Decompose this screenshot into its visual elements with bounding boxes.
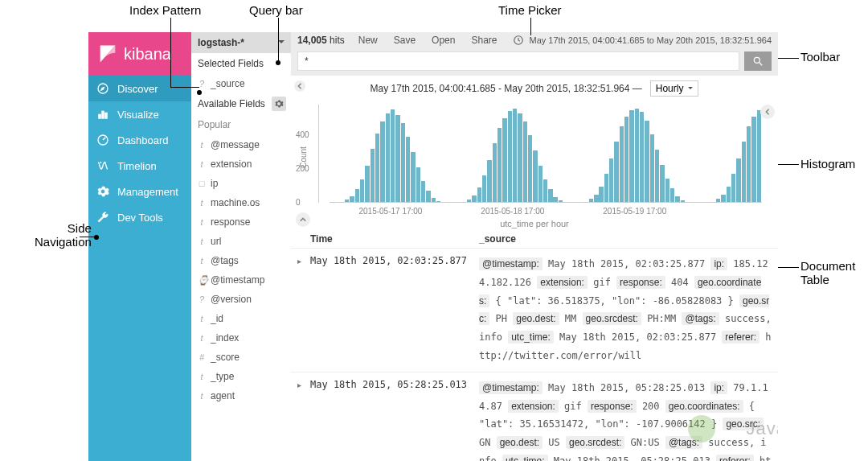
field--message[interactable]: t@message [191,135,291,154]
histogram-bar[interactable] [609,158,613,203]
expand-row-button[interactable]: ▸ [297,381,307,389]
histogram-bar[interactable] [416,167,420,203]
field--source[interactable]: ?_source [191,74,291,93]
histogram-bar[interactable] [599,187,603,203]
field--score[interactable]: #_score [191,348,291,367]
field-url[interactable]: turl [191,232,291,251]
histogram-bar[interactable] [380,121,384,203]
logo[interactable]: kibana [88,32,191,76]
histogram-bar[interactable] [406,137,410,203]
time-picker[interactable]: May 17th 2015, 04:00:41.685 to May 20th … [513,35,772,46]
histogram-prev-button[interactable] [296,212,310,227]
open-button[interactable]: Open [432,35,455,46]
histogram-bar[interactable] [670,188,674,203]
nav-item-dashboard[interactable]: Dashboard [88,127,191,153]
histogram-bar[interactable] [375,134,379,203]
histogram-bar[interactable] [513,109,517,203]
nav-item-visualize[interactable]: Visualize [88,101,191,127]
histogram-bar[interactable] [604,174,608,203]
histogram[interactable]: Count 0200400 2015-05-17 17:002015-05-18… [291,100,778,230]
histogram-bar[interactable] [508,111,512,203]
histogram-bar[interactable] [747,126,751,203]
clock-icon [513,35,524,46]
histogram-bar[interactable] [548,189,552,203]
histogram-bar[interactable] [395,115,399,203]
histogram-bar[interactable] [421,181,425,203]
column-time-header[interactable]: Time [310,233,479,245]
field-ip[interactable]: □ip [191,174,291,193]
new-button[interactable]: New [358,35,378,46]
histogram-bar[interactable] [650,134,654,203]
document-row[interactable]: ▸May 18th 2015, 02:03:25.877@timestamp: … [291,249,778,373]
histogram-bar[interactable] [477,187,481,203]
histogram-next-button[interactable] [760,105,775,119]
index-pattern-selector[interactable]: logstash-* [191,32,291,53]
collapse-fields-button[interactable] [294,80,305,92]
histogram-bar[interactable] [655,150,659,203]
share-button[interactable]: Share [471,35,497,46]
column-source-header[interactable]: _source [479,233,772,245]
field-response[interactable]: tresponse [191,212,291,232]
histogram-bar[interactable] [620,126,624,203]
document-row[interactable]: ▸May 18th 2015, 05:28:25.013@timestamp: … [291,373,778,461]
histogram-bar[interactable] [497,128,502,203]
field-agent[interactable]: tagent [191,386,291,405]
histogram-bar[interactable] [665,179,669,204]
query-input[interactable] [297,51,739,71]
field-type-icon: t [198,314,206,323]
histogram-bar[interactable] [502,118,506,203]
histogram-bar[interactable] [742,142,746,203]
histogram-bar[interactable] [411,152,415,203]
field-name: @message [211,139,260,150]
histogram-bar[interactable] [624,117,628,203]
expand-row-button[interactable]: ▸ [297,257,307,265]
histogram-bar[interactable] [371,149,375,203]
histogram-bar[interactable] [355,189,359,203]
fields-settings-button[interactable] [272,97,286,111]
histogram-bar[interactable] [360,179,364,203]
histogram-bar[interactable] [751,117,755,203]
histogram-bar[interactable] [727,187,731,203]
histogram-bar[interactable] [543,179,547,203]
histogram-bar[interactable] [660,165,664,203]
field--id[interactable]: t_id [191,309,291,328]
field-type-icon: t [198,256,206,265]
histogram-bar[interactable] [635,109,639,203]
histogram-bar[interactable] [426,191,430,203]
save-button[interactable]: Save [394,35,416,46]
histogram-bar[interactable] [528,135,532,203]
search-button[interactable] [744,51,772,71]
histogram-bar[interactable] [736,158,740,203]
histogram-bar[interactable] [629,110,633,203]
histogram-bar[interactable] [487,160,491,203]
nav-item-dev-tools[interactable]: Dev Tools [88,204,191,230]
field-machine-os[interactable]: tmachine.os [191,193,291,212]
histogram-bar[interactable] [365,166,369,203]
field--type[interactable]: t_type [191,367,291,386]
histogram-bar[interactable] [386,113,390,203]
field--timestamp[interactable]: ⌚@timestamp [191,270,291,290]
field-name: ip [211,178,218,189]
histogram-bar[interactable] [614,142,618,203]
histogram-bar[interactable] [757,110,761,203]
nav-item-discover[interactable]: Discover [88,76,191,101]
histogram-bar[interactable] [640,112,644,203]
histogram-bar[interactable] [538,166,542,203]
interval-select[interactable]: Hourly [650,80,699,97]
histogram-bar[interactable] [731,174,735,203]
field-extension[interactable]: textension [191,154,291,174]
histogram-bar[interactable] [493,143,497,203]
field--index[interactable]: t_index [191,328,291,348]
histogram-bar[interactable] [533,150,537,203]
fields-panel: logstash-* Selected Fields ?_source Avai… [191,32,291,461]
field--version[interactable]: ?@version [191,290,291,309]
histogram-bar[interactable] [523,121,527,203]
histogram-bar[interactable] [518,113,522,203]
field--tags[interactable]: t@tags [191,251,291,270]
nav-item-timelion[interactable]: Timelion [88,153,191,179]
histogram-bar[interactable] [645,121,649,203]
histogram-bar[interactable] [482,175,486,203]
histogram-bar[interactable] [401,123,405,203]
nav-item-management[interactable]: Management [88,179,191,204]
histogram-bar[interactable] [391,109,395,203]
